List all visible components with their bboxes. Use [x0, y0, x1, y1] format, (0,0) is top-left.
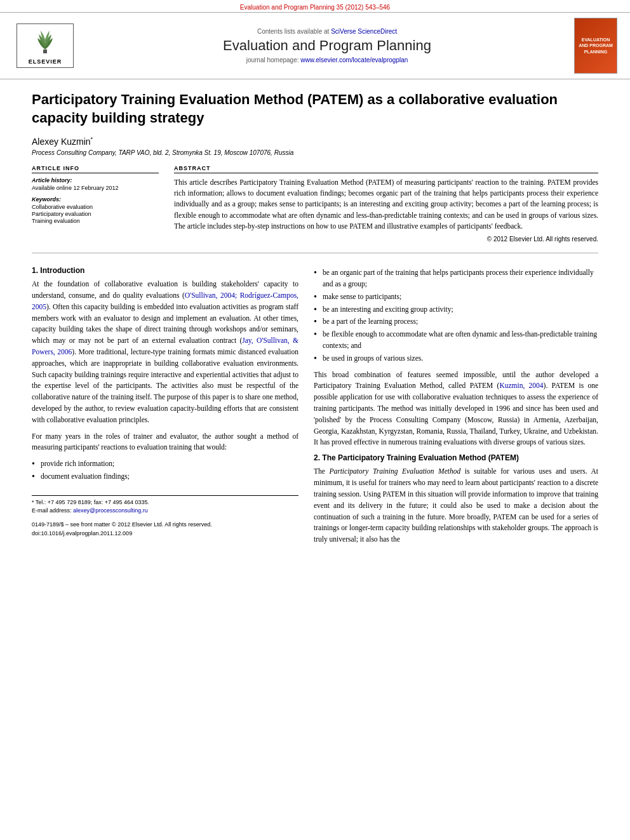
- section2-heading: 2. The Participatory Training Evaluation…: [314, 453, 598, 462]
- journal-title-header: Evaluation and Program Planning: [86, 37, 568, 54]
- article-history-label: Article history:: [32, 177, 159, 183]
- footnote-star: * Tel.: +7 495 729 8189; fax: +7 495 464…: [32, 498, 298, 507]
- intro-paragraph-1: At the foundation of collaborative evalu…: [32, 279, 298, 426]
- journal-citation: Evaluation and Program Planning 35 (2012…: [240, 4, 390, 11]
- footnote-area: * Tel.: +7 495 729 8189; fax: +7 495 464…: [32, 495, 298, 537]
- article-history-value: Available online 12 February 2012: [32, 185, 159, 191]
- email-link[interactable]: alexey@processconsulting.ru: [73, 507, 148, 514]
- elsevier-logo-area: ELSEVIER: [10, 23, 80, 68]
- keyword-1: Collaborative evaluation: [32, 204, 159, 210]
- contents-available-line: Contents lists available at SciVerse Sci…: [86, 28, 568, 35]
- body-left-column: 1. Introduction At the foundation of col…: [32, 263, 298, 550]
- footnote-email: E-mail address: alexey@processconsulting…: [32, 507, 298, 516]
- elsevier-logo-box: ELSEVIER: [17, 23, 74, 68]
- journal-header-band: ELSEVIER Contents lists available at Sci…: [0, 12, 630, 79]
- bullet-right-5: be flexible enough to accommodate what a…: [314, 329, 598, 352]
- bullet-right-4: be a part of the learning process;: [314, 316, 598, 328]
- bullet-right-3: be an interesting and exciting group act…: [314, 304, 598, 316]
- article-info-abstract-section: ARTICLE INFO Article history: Available …: [32, 165, 598, 243]
- body-two-columns: 1. Introduction At the foundation of col…: [32, 263, 598, 550]
- abstract-column: ABSTRACT This article describes Particip…: [174, 165, 598, 243]
- article-info-label: ARTICLE INFO: [32, 165, 159, 173]
- keywords-label: Keywords:: [32, 196, 159, 203]
- section2-paragraph: The Participatory Training Evaluation Me…: [314, 466, 598, 545]
- elsevier-tree-icon: [26, 27, 64, 55]
- intro-paragraph-2: For many years in the roles of trainer a…: [32, 431, 298, 454]
- ref-osullivan-2004[interactable]: O'Sullivan, 2004; Rodríguez-Campos, 2005: [32, 291, 298, 310]
- article-info-column: ARTICLE INFO Article history: Available …: [32, 165, 159, 243]
- keyword-2: Participatory evaluation: [32, 211, 159, 217]
- bullet-left-1: provide rich information;: [32, 458, 298, 470]
- journal-header-center: Contents lists available at SciVerse Sci…: [80, 28, 574, 63]
- page: Evaluation and Program Planning 35 (2012…: [0, 0, 630, 840]
- bullets-right: be an organic part of the training that …: [314, 267, 598, 364]
- abstract-text: This article describes Participatory Tra…: [174, 177, 598, 232]
- ref-kuzmin-2004[interactable]: Kuzmin, 2004: [499, 382, 543, 389]
- copyright-line: © 2012 Elsevier Ltd. All rights reserved…: [174, 236, 598, 243]
- section1-heading: 1. Introduction: [32, 266, 298, 275]
- journal-cover-image: EVALUATIONand PROGRAMPLANNING: [574, 18, 620, 74]
- journal-homepage-line: journal homepage: www.elsevier.com/locat…: [86, 57, 568, 63]
- section1-right-para: This broad combination of features seeme…: [314, 370, 598, 449]
- doi-line: doi:10.1016/j.evalprogplan.2011.12.009: [32, 530, 298, 537]
- keyword-3: Training evaluation: [32, 218, 159, 224]
- footnote-issn: 0149-7189/$ – see front matter © 2012 El…: [32, 521, 298, 530]
- sciverse-link[interactable]: SciVerse ScienceDirect: [331, 28, 397, 35]
- bullet-right-1: be an organic part of the training that …: [314, 267, 598, 290]
- bullet-right-2: make sense to participants;: [314, 291, 598, 303]
- author-name: Alexey Kuzmin*: [32, 136, 598, 147]
- body-right-column: be an organic part of the training that …: [314, 263, 598, 550]
- section-divider: [32, 253, 598, 253]
- svg-rect-0: [43, 50, 47, 53]
- journal-top-line: Evaluation and Program Planning 35 (2012…: [0, 0, 630, 12]
- elsevier-wordmark: ELSEVIER: [21, 58, 69, 65]
- cover-title: EVALUATIONand PROGRAMPLANNING: [579, 37, 613, 54]
- abstract-label: ABSTRACT: [174, 165, 598, 173]
- affiliation: Process Consulting Company, TARP VAO, bl…: [32, 149, 598, 156]
- cover-box: EVALUATIONand PROGRAMPLANNING: [574, 18, 617, 74]
- ref-jay-2006[interactable]: Jay, O'Sullivan, & Powers, 2006: [32, 337, 298, 356]
- author-sup: *: [91, 136, 93, 142]
- article-body: Participatory Training Evaluation Method…: [0, 79, 630, 563]
- bullets-left: provide rich information; document evalu…: [32, 458, 298, 483]
- bullet-right-6: be used in groups of various sizes.: [314, 353, 598, 364]
- homepage-url[interactable]: www.elsevier.com/locate/evalprogplan: [300, 57, 408, 63]
- bullet-left-2: document evaluation findings;: [32, 471, 298, 483]
- article-title: Participatory Training Evaluation Method…: [32, 91, 598, 127]
